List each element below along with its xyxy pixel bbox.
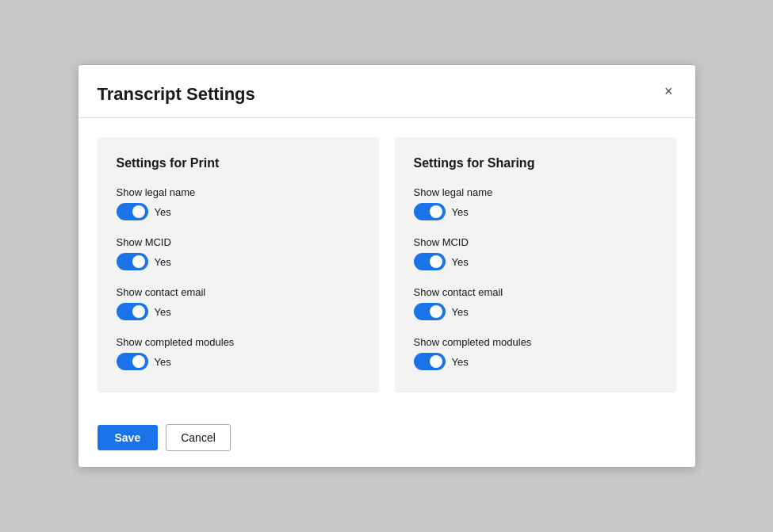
sharing-show-mcid-toggle[interactable] [414,253,446,270]
dialog-footer: Save Cancel [78,411,695,467]
print-show-mcid-label: Show MCID [117,236,360,248]
sharing-show-mcid-yes-label: Yes [452,256,469,268]
print-show-legal-name-toggle-row: Yes [117,203,360,220]
print-show-legal-name-yes-label: Yes [155,206,171,218]
transcript-settings-dialog: Transcript Settings × Settings for Print… [78,64,696,468]
sharing-settings-panel: Settings for Sharing Show legal name Yes… [395,137,676,392]
sharing-show-contact-email-row: Show contact email Yes [414,286,657,320]
sharing-show-legal-name-toggle[interactable] [414,203,446,220]
sharing-show-legal-name-yes-label: Yes [452,206,469,218]
dialog-body: Settings for Print Show legal name Yes S… [78,118,695,411]
print-show-completed-modules-row: Show completed modules Yes [117,336,360,370]
print-show-legal-name-label: Show legal name [117,186,360,198]
sharing-show-completed-modules-row: Show completed modules Yes [414,336,657,370]
sharing-show-contact-email-toggle-row: Yes [414,303,657,320]
sharing-panel-title: Settings for Sharing [414,156,657,170]
sharing-show-contact-email-label: Show contact email [414,286,657,298]
sharing-show-mcid-label: Show MCID [414,236,657,248]
dialog-header: Transcript Settings × [78,65,695,118]
print-show-legal-name-row: Show legal name Yes [117,186,360,220]
print-show-completed-modules-label: Show completed modules [117,336,360,348]
sharing-show-completed-modules-yes-label: Yes [452,356,469,368]
print-show-completed-modules-toggle[interactable] [117,353,148,370]
print-panel-title: Settings for Print [117,156,360,170]
save-button[interactable]: Save [98,425,159,450]
print-show-contact-email-toggle[interactable] [117,303,148,320]
dialog-title: Transcript Settings [98,84,255,105]
print-show-mcid-toggle[interactable] [117,253,148,270]
cancel-button[interactable]: Cancel [166,424,231,451]
print-show-completed-modules-yes-label: Yes [155,356,171,368]
print-show-mcid-yes-label: Yes [155,256,171,268]
sharing-show-completed-modules-toggle[interactable] [414,353,446,370]
print-show-contact-email-row: Show contact email Yes [117,286,360,320]
sharing-show-completed-modules-toggle-row: Yes [414,353,657,370]
sharing-show-completed-modules-label: Show completed modules [414,336,657,348]
print-show-legal-name-toggle[interactable] [117,203,148,220]
print-show-contact-email-toggle-row: Yes [117,303,360,320]
print-settings-panel: Settings for Print Show legal name Yes S… [98,137,379,392]
sharing-show-legal-name-label: Show legal name [414,186,657,198]
sharing-show-legal-name-toggle-row: Yes [414,203,657,220]
print-show-mcid-toggle-row: Yes [117,253,360,270]
sharing-show-legal-name-row: Show legal name Yes [414,186,657,220]
sharing-show-mcid-toggle-row: Yes [414,253,657,270]
close-button[interactable]: × [661,84,676,98]
sharing-show-contact-email-toggle[interactable] [414,303,446,320]
print-show-contact-email-yes-label: Yes [155,306,171,318]
print-show-completed-modules-toggle-row: Yes [117,353,360,370]
sharing-show-contact-email-yes-label: Yes [452,306,469,318]
sharing-show-mcid-row: Show MCID Yes [414,236,657,270]
print-show-mcid-row: Show MCID Yes [117,236,360,270]
print-show-contact-email-label: Show contact email [117,286,360,298]
